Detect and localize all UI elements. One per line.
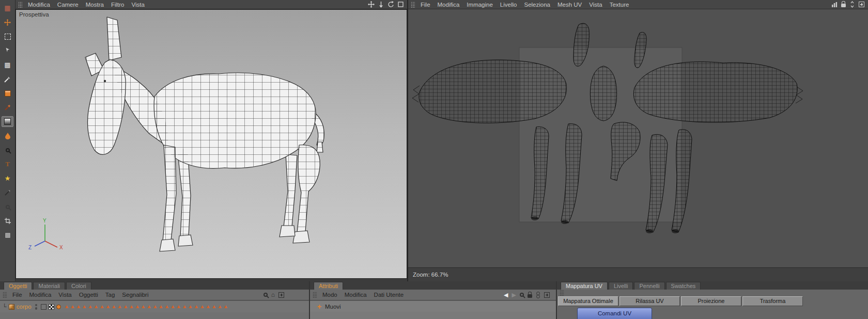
polygon-selection-tag-icon[interactable]: ▲	[105, 304, 111, 309]
perspective-viewport[interactable]: Prospettiva	[16, 9, 407, 279]
comandi-uv-button[interactable]: Comandi UV	[577, 308, 652, 319]
lock-icon[interactable]	[841, 4, 846, 7]
visibility-dots[interactable]	[35, 304, 38, 310]
uv-menu-texture[interactable]: Texture	[606, 2, 633, 8]
tool-marquee-icon[interactable]	[2, 31, 13, 42]
viewport-menu-modifica[interactable]: Modifica	[24, 2, 54, 8]
expand-plus-icon[interactable]: +	[315, 302, 323, 311]
viewport-menu-filtro[interactable]: Filtro	[107, 2, 128, 8]
attr-menu-modifica[interactable]: Modifica	[341, 292, 370, 298]
panel-grip[interactable]	[411, 2, 415, 8]
zoom-view-icon[interactable]	[378, 1, 384, 8]
history-back-icon[interactable]: ◀	[504, 292, 508, 298]
add-tab-icon[interactable]	[544, 292, 550, 298]
om-menu-oggetti[interactable]: Oggetti	[75, 292, 102, 298]
uv-button-trasforma[interactable]: Trasforma	[742, 296, 803, 306]
tool-magnify-icon[interactable]	[2, 145, 13, 155]
uv-menu-immagine[interactable]: Immagine	[463, 2, 497, 8]
tool-knife-icon[interactable]	[2, 74, 13, 85]
panel-grip[interactable]	[313, 292, 317, 298]
tab-livelli[interactable]: Livelli	[609, 282, 633, 290]
uvw-tag-icon[interactable]	[49, 304, 54, 310]
om-menu-modifica[interactable]: Modifica	[26, 292, 55, 298]
viewport-menu-vista[interactable]: Vista	[128, 2, 148, 8]
tool-move-icon[interactable]	[2, 17, 13, 28]
pan-view-icon[interactable]	[368, 1, 375, 8]
link-icon[interactable]	[536, 292, 540, 298]
polygon-selection-tag-icon[interactable]: ▲	[176, 304, 181, 309]
om-menu-segnalibri[interactable]: Segnalibri	[118, 292, 152, 298]
om-menu-tag[interactable]: Tag	[102, 292, 119, 298]
tool-text-icon[interactable]: T	[2, 159, 13, 170]
tool-pen-icon[interactable]	[2, 187, 13, 198]
attribute-row-muovi[interactable]: + Muovi	[310, 300, 556, 312]
tool-zoom-icon[interactable]	[2, 201, 13, 212]
tool-layout-icon[interactable]: ▦	[2, 3, 13, 13]
panel-grip[interactable]	[3, 292, 7, 298]
polygon-selection-tag-icon[interactable]: ▲	[135, 304, 140, 309]
uv-menu-vista[interactable]: Vista	[585, 2, 606, 8]
add-layer-icon[interactable]	[278, 292, 284, 298]
panel-grip[interactable]	[560, 290, 564, 296]
polygon-selection-tag-icon[interactable]: ▲	[194, 304, 199, 309]
tool-gradient-icon[interactable]	[2, 116, 13, 127]
search-icon[interactable]	[264, 293, 268, 297]
uv-menu-modifica[interactable]: Modifica	[434, 2, 463, 8]
viewport-menu-mostra[interactable]: Mostra	[82, 2, 107, 8]
tool-star-icon[interactable]: ★	[2, 173, 13, 184]
polygon-selection-tag-icon[interactable]: ▲	[111, 304, 116, 309]
uv-button-proiezione[interactable]: Proiezione	[681, 296, 741, 306]
object-name[interactable]: corpo	[17, 304, 32, 310]
tab-swatches[interactable]: Swatches	[666, 282, 701, 290]
polygon-selection-tag-icon[interactable]: ▲	[152, 304, 158, 309]
polygon-selection-tag-icon[interactable]: ▲	[70, 304, 75, 309]
polygon-selection-tag-icon[interactable]: ▲	[199, 304, 205, 309]
uv-canvas[interactable]	[408, 9, 868, 267]
polygon-selection-tag-icon[interactable]: ▲	[206, 304, 211, 309]
updown-icon[interactable]	[849, 1, 855, 8]
polygon-selection-tag-icon[interactable]: ▲	[64, 304, 69, 309]
om-menu-vista[interactable]: Vista	[55, 292, 75, 298]
uv-button-mappatura-ottimale[interactable]: Mappatura Ottimale	[558, 296, 618, 306]
uv-menu-mesh-uv[interactable]: Mesh UV	[554, 2, 585, 8]
viewport-menu-camere[interactable]: Camere	[54, 2, 82, 8]
polygon-selection-tag-icon[interactable]: ▲	[88, 304, 93, 309]
tool-brush-icon[interactable]	[2, 102, 13, 113]
uv-menu-livello[interactable]: Livello	[497, 2, 521, 8]
polygon-selection-tag-icon[interactable]: ▲	[170, 304, 175, 309]
tab-colori[interactable]: Colori	[66, 282, 91, 290]
polygon-selection-tag-icon[interactable]: ▲	[182, 304, 187, 309]
polygon-selection-tag-icon[interactable]: ▲	[76, 304, 81, 309]
tab-oggetti[interactable]: Oggetti	[4, 282, 32, 290]
uv-menu-file[interactable]: File	[417, 2, 434, 8]
polygon-selection-tag-icon[interactable]: ▲	[218, 304, 223, 309]
rotate-view-icon[interactable]	[388, 1, 394, 8]
tab-materiali[interactable]: Materiali	[33, 282, 65, 290]
tab-pennelli[interactable]: Pennelli	[634, 282, 664, 290]
object-row[interactable]: └ corpo ▲▲▲▲▲▲▲▲▲▲▲▲▲▲▲▲▲▲▲▲▲▲▲▲▲▲▲▲	[0, 300, 309, 312]
tab-mappatura-uv[interactable]: Mappatura UV	[561, 282, 608, 290]
polygon-object-icon[interactable]	[9, 304, 14, 310]
tool-checker-icon[interactable]: ▩	[2, 59, 13, 70]
polygon-selection-tag-icon[interactable]: ▲	[159, 304, 164, 309]
tab-attributi[interactable]: Attributi	[314, 282, 343, 290]
panel-grip[interactable]	[18, 2, 22, 8]
attr-menu-modo[interactable]: Modo	[319, 292, 341, 298]
tool-crop-icon[interactable]	[2, 216, 13, 227]
polygon-selection-tag-icon[interactable]: ▲	[94, 304, 99, 309]
polygon-selection-tag-icon[interactable]: ▲	[164, 304, 169, 309]
history-forward-icon[interactable]: ▶	[512, 292, 516, 298]
polygon-selection-tag-icon[interactable]: ▲	[123, 304, 128, 309]
polygon-selection-tag-icon[interactable]: ▲	[141, 304, 146, 309]
maximize-view-icon[interactable]	[398, 2, 404, 7]
tool-empty-icon[interactable]	[2, 230, 13, 241]
polygon-selection-tag-icon[interactable]: ▲	[147, 304, 152, 309]
material-tag-icon[interactable]	[56, 305, 61, 309]
lock-icon[interactable]	[528, 294, 532, 298]
chart-icon[interactable]	[831, 2, 838, 8]
tool-fill-icon[interactable]	[2, 131, 13, 141]
om-menu-file[interactable]: File	[9, 292, 26, 298]
polygon-selection-tag-icon[interactable]: ▲	[188, 304, 193, 309]
attr-menu-dati-utente[interactable]: Dati Utente	[370, 292, 408, 298]
polygon-selection-tag-icon[interactable]: ▲	[82, 304, 87, 309]
